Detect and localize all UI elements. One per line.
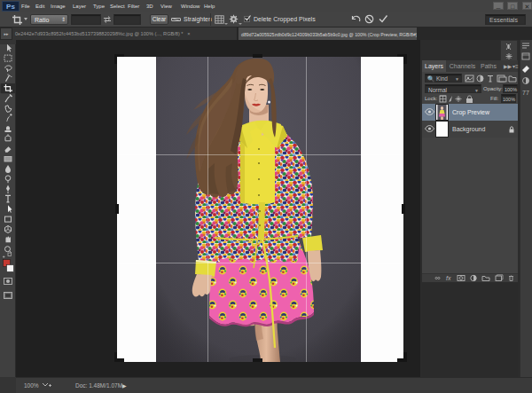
svg-text:77: 77 — [522, 90, 529, 96]
svg-text:fx: fx — [446, 275, 451, 281]
